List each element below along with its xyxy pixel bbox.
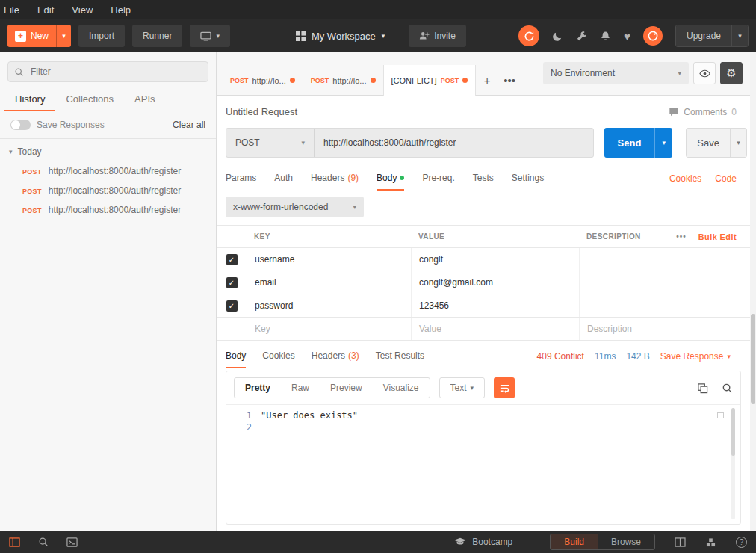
table-more-actions-button[interactable]: ••• [676, 232, 687, 241]
main-scrollbar[interactable] [750, 52, 756, 531]
moon-icon[interactable] [552, 31, 563, 42]
save-dropdown-button[interactable]: ▾ [730, 129, 746, 157]
tab-auth[interactable]: Auth [274, 167, 293, 191]
key-cell[interactable]: email [247, 271, 411, 294]
bulk-edit-link[interactable]: Bulk Edit [698, 232, 737, 241]
bootcamp-button[interactable]: Bootcamp [454, 537, 512, 547]
eye-icon [699, 68, 710, 79]
sidebar-tab-collections[interactable]: Collections [55, 87, 124, 111]
request-tab[interactable]: POST http://lo... [303, 65, 384, 96]
invite-button[interactable]: Invite [409, 25, 466, 47]
wrench-icon[interactable] [576, 31, 587, 42]
search-response-button[interactable] [722, 383, 733, 394]
row-checkbox[interactable]: ✓ [226, 300, 238, 312]
key-cell-placeholder[interactable]: Key [247, 318, 411, 340]
response-body-code[interactable]: 1 "User does exists" 2 [226, 404, 740, 524]
sidebar-tab-apis[interactable]: APIs [124, 87, 165, 111]
description-cell-placeholder[interactable]: Description [579, 318, 756, 340]
row-checkbox[interactable]: ✓ [226, 277, 238, 288]
environment-preview-button[interactable] [693, 62, 716, 84]
filter-input[interactable] [7, 61, 208, 82]
tab-body[interactable]: Body [377, 167, 404, 191]
value-cell[interactable]: conglt@gmail.com [411, 271, 579, 294]
response-tab-test-results[interactable]: Test Results [376, 345, 424, 368]
save-responses-toggle[interactable] [10, 120, 31, 130]
history-item[interactable]: POST http://localhost:8000/auth/register [0, 181, 216, 200]
value-cell[interactable]: conglt [411, 248, 579, 271]
key-cell[interactable]: password [247, 294, 411, 317]
send-dropdown-button[interactable]: ▾ [654, 128, 672, 158]
format-selector[interactable]: Text ▾ [440, 378, 485, 398]
body-type-selector[interactable]: x-www-form-urlencoded ▾ [226, 197, 364, 217]
tab-prerequest[interactable]: Pre-req. [422, 167, 454, 191]
tab-params[interactable]: Params [226, 167, 256, 191]
history-item[interactable]: POST http://localhost:8000/auth/register [0, 200, 216, 220]
tab-tests[interactable]: Tests [473, 167, 494, 191]
two-pane-view-button[interactable] [675, 537, 686, 547]
import-button[interactable]: Import [78, 25, 125, 47]
menu-edit[interactable]: Edit [28, 4, 63, 16]
wrap-text-button[interactable] [494, 377, 515, 398]
console-button[interactable] [66, 537, 78, 548]
new-dropdown-button[interactable]: ▾ [56, 25, 71, 47]
row-checkbox[interactable]: ✓ [226, 254, 238, 265]
response-tab-headers[interactable]: Headers (3) [312, 345, 359, 368]
copy-button[interactable] [697, 383, 708, 394]
menu-help[interactable]: Help [102, 4, 140, 16]
toggle-sidebar-button[interactable] [9, 537, 20, 547]
value-cell-placeholder[interactable]: Value [411, 318, 579, 340]
more-tabs-button[interactable]: ••• [498, 65, 521, 96]
response-tab-body[interactable]: Body [226, 345, 246, 368]
tab-settings[interactable]: Settings [512, 167, 544, 191]
code-link[interactable]: Code [715, 173, 737, 184]
sync-icon[interactable] [518, 25, 539, 46]
upgrade-dropdown-button[interactable]: ▾ [731, 25, 748, 46]
bell-icon[interactable] [600, 31, 611, 42]
comments-button[interactable]: Comments 0 [669, 107, 747, 117]
menu-file[interactable]: File [0, 4, 28, 16]
upgrade-button[interactable]: Upgrade ▾ [675, 25, 749, 47]
build-button[interactable]: Build [551, 534, 598, 549]
table-row: ✓ email conglt@gmail.com [217, 271, 756, 294]
new-tab-button[interactable]: + [476, 65, 498, 96]
request-tab[interactable]: POST http://lo... [223, 65, 303, 96]
new-button[interactable]: + New ▾ [7, 25, 71, 47]
url-input[interactable] [315, 129, 593, 157]
workspace-selector[interactable]: My Workspace ▾ [296, 31, 385, 42]
environment-settings-button[interactable]: ⚙ [720, 62, 743, 84]
browse-button[interactable]: Browse [598, 534, 654, 549]
find-button[interactable] [38, 537, 49, 547]
history-section-today[interactable]: ▾ Today [0, 139, 216, 161]
shelf-icon[interactable] [705, 537, 716, 547]
sidebar-tab-history[interactable]: History [4, 87, 55, 111]
description-cell[interactable] [579, 248, 756, 271]
save-response-button[interactable]: Save Response ▾ [660, 351, 731, 362]
scrollbar-thumb[interactable] [751, 314, 755, 404]
line-expand-box[interactable] [717, 412, 724, 418]
view-visualize-button[interactable]: Visualize [373, 378, 430, 398]
tab-headers[interactable]: Headers (9) [311, 167, 359, 191]
view-preview-button[interactable]: Preview [320, 378, 373, 398]
environment-selector[interactable]: No Environment ▾ [543, 62, 689, 84]
response-tab-cookies[interactable]: Cookies [262, 345, 294, 368]
capture-button[interactable]: ▾ [190, 25, 230, 47]
cookies-link[interactable]: Cookies [669, 173, 701, 184]
help-button[interactable]: ? [736, 537, 747, 548]
key-cell[interactable]: username [247, 248, 411, 271]
avatar[interactable] [643, 26, 663, 46]
heart-icon[interactable]: ♥ [624, 30, 630, 43]
method-selector[interactable]: POST ▾ [226, 129, 315, 157]
menu-view[interactable]: View [63, 4, 102, 16]
response-scrollbar[interactable] [731, 408, 735, 519]
value-cell[interactable]: 123456 [411, 294, 579, 317]
description-cell[interactable] [579, 271, 756, 294]
request-tab-active[interactable]: [CONFLICT] POST [384, 65, 477, 96]
save-button[interactable]: Save [687, 129, 730, 157]
runner-button[interactable]: Runner [132, 25, 182, 47]
view-pretty-button[interactable]: Pretty [235, 378, 281, 398]
description-cell[interactable] [579, 294, 756, 317]
clear-all-button[interactable]: Clear all [173, 120, 205, 130]
view-raw-button[interactable]: Raw [281, 378, 320, 398]
send-button[interactable]: Send [604, 128, 655, 158]
history-item[interactable]: POST http://localhost:8000/auth/register [0, 161, 216, 181]
